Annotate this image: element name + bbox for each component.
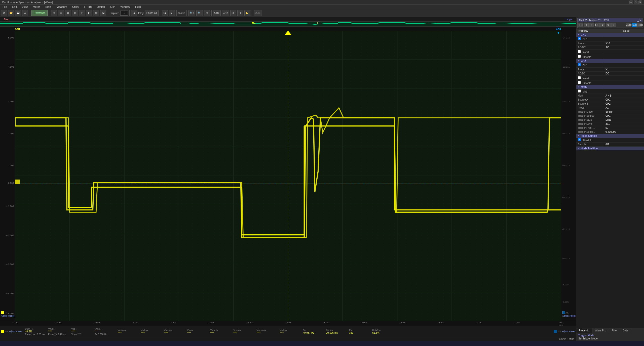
passfail-button[interactable]: Pass/Fail — [145, 10, 159, 16]
ch-view-btn-8[interactable]: ◪ — [100, 10, 106, 16]
time-label-3: -20 ms — [94, 321, 101, 324]
ch2-toggle-button[interactable]: CH2 — [222, 10, 229, 16]
menu-skin[interactable]: Skin — [108, 5, 117, 8]
math-checkbox[interactable] — [578, 90, 581, 93]
maximize-button[interactable]: □ — [634, 1, 637, 4]
ch1-meas-color — [1, 330, 4, 333]
rewind-button[interactable]: ◀ — [131, 10, 137, 16]
ch-view-btn-6[interactable]: ◧ — [86, 10, 92, 16]
trigger-sensit-label: Trigger Sensit... — [576, 130, 604, 134]
ch-view-btn-3[interactable]: ▦ — [65, 10, 71, 16]
smooth-ch2-checkbox[interactable] — [578, 81, 581, 84]
properties-table: ▼ CH1 CH1 Probe X10 AC/DC AC — [576, 33, 644, 328]
tab-properties[interactable]: Properti... — [576, 328, 592, 333]
new-button[interactable]: 🗋 — [1, 10, 7, 16]
menu-help[interactable]: Help — [134, 5, 142, 8]
menu-window[interactable]: Window — [119, 5, 132, 8]
close-button[interactable]: ✕ — [638, 1, 642, 4]
reset-link-right[interactable]: Reset — [570, 315, 576, 317]
waveform-canvas[interactable]: ▼ — [15, 31, 561, 321]
reset-btn-right[interactable]: Reset — [569, 330, 575, 333]
print-button[interactable]: 🖨 — [22, 10, 28, 16]
ch1-toggle-button[interactable]: CH1 — [213, 10, 221, 16]
time-label-center: -10 ms — [285, 321, 292, 324]
fixed-s-row: Fixed S... — [576, 138, 644, 143]
capture-input[interactable] — [120, 11, 128, 16]
invert-ch1-checkbox[interactable] — [578, 50, 581, 53]
adjust-btn-right[interactable]: Adjust — [562, 330, 568, 333]
menu-utility[interactable]: Utility — [71, 5, 81, 8]
reference-button[interactable]: Reference — [31, 10, 48, 16]
zoom-out-button[interactable]: 🔍- — [196, 10, 203, 16]
mini-reset-btn[interactable]: Reset — [637, 23, 642, 27]
menu-tools[interactable]: Tools — [43, 5, 53, 8]
menu-fft[interactable]: FFT(f) — [83, 5, 93, 8]
overview-strip[interactable]: T — [0, 22, 576, 27]
minimize-button[interactable]: ─ — [629, 1, 633, 4]
mini-close-btn[interactable]: ✕ — [639, 19, 641, 22]
duty-plus-label: Duty(+)= — [25, 328, 45, 330]
cursor-button[interactable]: ✛ — [237, 10, 243, 16]
menu-file[interactable]: File — [1, 5, 9, 8]
ch2-group-label: CH2 — [581, 60, 586, 62]
ch1-checkbox[interactable] — [578, 37, 581, 40]
time-label-1: -2 ms — [12, 321, 18, 324]
ch1-group-header[interactable]: ▼ CH1 — [576, 33, 644, 37]
mini-fastfwd-btn[interactable]: ►► — [595, 23, 600, 27]
ch-view-btn-4[interactable]: ▨ — [72, 10, 78, 16]
mini-zoomin-btn[interactable]: ⊕ — [600, 23, 605, 27]
multi-toggle-button[interactable]: ⊕ — [230, 10, 236, 16]
math-group-header[interactable]: ▼ Math — [576, 85, 644, 89]
adjust-link-left[interactable]: Adjust — [1, 315, 7, 317]
prev-frame-button[interactable]: |◀ — [162, 10, 168, 16]
adjust-link-right[interactable]: Adjust — [562, 315, 569, 317]
adjust-btn[interactable]: Adjust — [9, 330, 15, 333]
fixed-s-checkbox[interactable] — [578, 138, 581, 141]
ch-view-btn-1[interactable]: ⊞ — [51, 10, 57, 16]
invert-ch2-checkbox[interactable] — [578, 76, 581, 79]
mini-back-btn[interactable]: ◄ — [584, 23, 589, 27]
menu-option[interactable]: Option — [95, 5, 106, 8]
math-check-label: Math — [576, 89, 604, 94]
reset-link-left[interactable]: Reset — [8, 315, 14, 317]
ch1-meas-label: 1V — [5, 330, 8, 333]
next-frame-button[interactable]: ▶| — [169, 10, 175, 16]
ch-view-btn-2[interactable]: ▤ — [58, 10, 64, 16]
tab-gate[interactable]: Gate — [620, 328, 631, 333]
menu-edit[interactable]: Edit — [11, 5, 18, 8]
menu-meter[interactable]: Meter — [31, 5, 41, 8]
vsdev2-meas: Vsdev= **** — [280, 329, 300, 334]
ch-view-btn-7[interactable]: ▩ — [93, 10, 99, 16]
ratio-label: 32/32 — [178, 12, 185, 15]
mini-forward-btn[interactable]: ► — [589, 23, 594, 27]
mini-fit-btn[interactable]: ↕ — [611, 23, 616, 27]
reset-btn[interactable]: Reset — [16, 330, 22, 333]
ch1-color-box — [1, 311, 4, 314]
mini-rewind-btn[interactable]: ◄◄ — [578, 23, 583, 27]
horiz-expand-icon: ▼ — [578, 147, 580, 150]
tab-filter[interactable]: Filter — [609, 328, 620, 333]
ch2-group-header[interactable]: ▼ CH2 — [576, 59, 644, 63]
measure-button[interactable]: 📐 — [244, 10, 250, 16]
menu-measure[interactable]: Measure — [55, 5, 69, 8]
probe-ch1-row: Probe X10 — [576, 41, 644, 46]
zoom-in-button[interactable]: 🔍+ — [188, 10, 195, 16]
fit-button[interactable]: ⊡ — [204, 10, 210, 16]
mini-auto-btn[interactable]: Auto — [626, 23, 631, 27]
time-label-14: +2 ms — [559, 321, 562, 326]
mini-pause-btn[interactable]: Pause — [632, 23, 637, 27]
menu-view[interactable]: View — [20, 5, 29, 8]
fixed-sample-group-header[interactable]: ▼ Fixed Sample — [576, 134, 644, 138]
dds-button[interactable]: DDS — [254, 10, 261, 16]
open-button[interactable]: 📂 — [8, 10, 14, 16]
acdc-ch2-label: AC/DC — [576, 72, 604, 75]
ch-view-btn-5[interactable]: ◫ — [79, 10, 85, 16]
trigger-front-label: Trigger Front ... — [576, 126, 604, 130]
save-button[interactable]: 💾 — [15, 10, 21, 16]
tab-wave-pr[interactable]: Wave Pr... — [592, 328, 609, 333]
ch2-checkbox[interactable] — [578, 63, 581, 66]
mini-zoomout-btn[interactable]: ⊗ — [606, 23, 611, 27]
mini-minimize-btn[interactable]: _ — [637, 19, 639, 22]
smooth-ch1-checkbox[interactable] — [578, 55, 581, 58]
horiz-group-header[interactable]: ▼ Horiz Position — [576, 147, 644, 150]
